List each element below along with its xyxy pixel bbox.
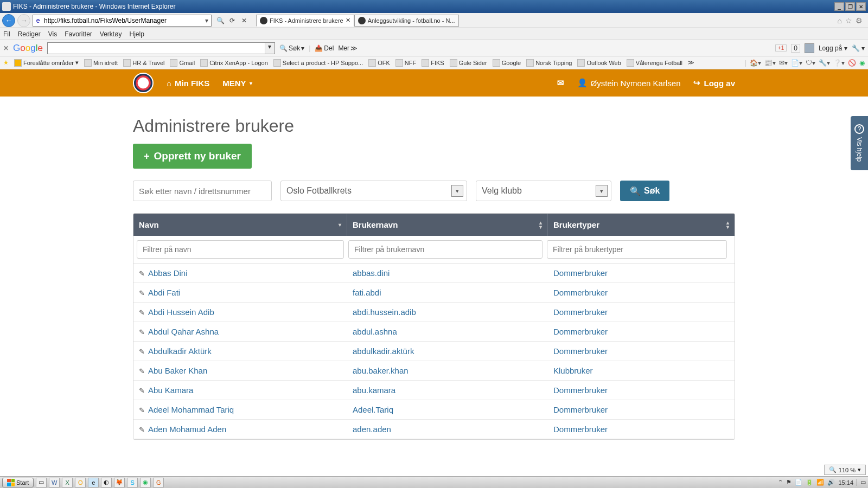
toolbar-evernote-icon[interactable]: ◉ bbox=[859, 59, 865, 67]
user-name-link[interactable]: Abdul Qahar Ashna bbox=[148, 327, 219, 336]
nff-logo[interactable] bbox=[133, 73, 154, 93]
suggested-sites-button[interactable]: Foreslåtte områder ▾ bbox=[14, 59, 79, 67]
google-more-button[interactable]: Mer ≫ bbox=[338, 44, 358, 52]
google-share-button[interactable]: 📤 Del bbox=[315, 44, 334, 52]
favorite-link[interactable]: OFK bbox=[368, 59, 390, 67]
favorite-link[interactable]: Gule Sider bbox=[450, 59, 487, 67]
address-bar[interactable]: e ▾ bbox=[33, 15, 212, 27]
google-login-button[interactable]: Logg på ▾ bbox=[819, 44, 847, 52]
plusone-button[interactable]: +1 bbox=[775, 44, 787, 52]
restore-button[interactable]: ❐ bbox=[845, 2, 855, 11]
toolbar-safety-icon[interactable]: 🛡▾ bbox=[806, 59, 815, 67]
usertype-link[interactable]: Dommerbruker bbox=[553, 346, 608, 356]
mail-icon[interactable]: ✉ bbox=[557, 78, 564, 88]
toolbar-close-icon[interactable]: ✕ bbox=[3, 44, 9, 52]
spotify-icon[interactable]: ◉ bbox=[140, 478, 151, 487]
username-link[interactable]: abu.baker.khan bbox=[353, 366, 409, 375]
search-input[interactable] bbox=[133, 181, 272, 201]
home-icon[interactable]: ⌂ bbox=[838, 16, 842, 25]
username-link[interactable]: abdulkadir.aktürk bbox=[353, 346, 414, 356]
google-search-button[interactable]: 🔍 Søk ▾ bbox=[279, 44, 304, 52]
favorite-link[interactable]: Vålerenga Fotball bbox=[627, 59, 682, 67]
krets-select[interactable]: Oslo Fotballkrets ▾ bbox=[280, 181, 467, 201]
user-menu[interactable]: 👤 Øystein Nymoen Karlsen bbox=[577, 78, 681, 88]
tools-gear-icon[interactable]: ⚙ bbox=[856, 16, 863, 25]
menu-hjelp[interactable]: Hjelp bbox=[130, 30, 144, 38]
col-brukertyper[interactable]: Brukertyper▴▾ bbox=[548, 214, 735, 236]
search-icon[interactable]: 🔍 bbox=[215, 15, 226, 26]
toolbar-block-icon[interactable]: 🚫 bbox=[848, 59, 856, 67]
outlook-icon[interactable]: O bbox=[75, 478, 86, 487]
edit-icon[interactable]: ✎ bbox=[139, 406, 145, 414]
clock[interactable]: 15:14 bbox=[838, 479, 853, 486]
toolbar-feed-icon[interactable]: 📰▾ bbox=[764, 59, 776, 67]
firefox-icon[interactable]: 🦊 bbox=[114, 478, 125, 487]
edit-icon[interactable]: ✎ bbox=[139, 309, 145, 317]
google-search-dropdown-icon[interactable]: ▾ bbox=[265, 43, 275, 54]
username-link[interactable]: Adeel.Tariq bbox=[353, 405, 393, 414]
wifi-icon[interactable]: 📶 bbox=[816, 479, 824, 486]
search-button[interactable]: 🔍 Søk bbox=[620, 181, 669, 201]
excel-icon[interactable]: X bbox=[62, 478, 73, 487]
favorite-link[interactable]: Gmail bbox=[170, 59, 195, 67]
favorite-link[interactable]: HR & Travel bbox=[123, 59, 164, 67]
klubb-select[interactable]: Velg klubb ▾ bbox=[476, 181, 611, 201]
url-input[interactable] bbox=[43, 15, 202, 26]
refresh-icon[interactable]: ⟳ bbox=[227, 15, 238, 26]
meny-dropdown[interactable]: MENY ▾ bbox=[222, 79, 252, 88]
usertype-link[interactable]: Dommerbruker bbox=[553, 288, 608, 297]
address-dropdown-icon[interactable]: ▾ bbox=[202, 17, 211, 24]
toolbar-page-icon[interactable]: 📄▾ bbox=[791, 59, 802, 67]
help-tab[interactable]: ? Vis hjelp bbox=[851, 116, 868, 170]
favorite-link[interactable]: Min idrett bbox=[84, 59, 118, 67]
username-link[interactable]: abdul.ashna bbox=[353, 327, 397, 336]
google-search-box[interactable]: ▾ bbox=[47, 42, 275, 54]
favorite-link[interactable]: Norsk Tipping bbox=[526, 59, 572, 67]
favorites-overflow-icon[interactable]: ≫ bbox=[688, 59, 694, 66]
usertype-link[interactable]: Dommerbruker bbox=[553, 268, 608, 278]
chrome-icon[interactable]: ◐ bbox=[101, 478, 112, 487]
flag-icon[interactable]: ⚑ bbox=[786, 479, 792, 486]
user-name-link[interactable]: Abdi Hussein Adib bbox=[148, 307, 214, 317]
edit-icon[interactable]: ✎ bbox=[139, 367, 145, 375]
edit-icon[interactable]: ✎ bbox=[139, 426, 145, 434]
start-button[interactable]: Start bbox=[2, 478, 34, 487]
favorite-link[interactable]: Citrix XenApp - Logon bbox=[200, 59, 268, 67]
user-name-link[interactable]: Abu Kamara bbox=[148, 386, 193, 395]
close-window-button[interactable]: ✕ bbox=[856, 2, 866, 11]
usertype-link[interactable]: Dommerbruker bbox=[553, 386, 608, 395]
tray-expand-icon[interactable]: ⌃ bbox=[778, 479, 783, 486]
app-icon[interactable]: G bbox=[153, 478, 164, 487]
edit-icon[interactable]: ✎ bbox=[139, 289, 145, 297]
favorite-link[interactable]: NFF bbox=[395, 59, 416, 67]
forward-button[interactable]: → bbox=[17, 14, 30, 27]
menu-favoritter[interactable]: Favoritter bbox=[65, 30, 92, 38]
user-name-link[interactable]: Abu Baker Khan bbox=[148, 366, 207, 375]
favorite-link[interactable]: Select a product - HP Suppo... bbox=[273, 59, 363, 67]
favorite-link[interactable]: Google bbox=[493, 59, 521, 67]
usertype-link[interactable]: Dommerbruker bbox=[553, 307, 608, 317]
user-name-link[interactable]: Aden Mohamud Aden bbox=[148, 425, 226, 434]
google-search-input[interactable] bbox=[48, 43, 265, 54]
filter-brukertyper-input[interactable] bbox=[547, 240, 727, 259]
toolbar-help-icon[interactable]: ❔▾ bbox=[833, 59, 845, 67]
zoom-indicator[interactable]: 🔍 110 % ▾ bbox=[824, 465, 866, 475]
show-desktop-icon[interactable]: ▭ bbox=[36, 478, 47, 487]
favorite-link[interactable]: FIKS bbox=[422, 59, 444, 67]
menu-rediger[interactable]: Rediger bbox=[18, 30, 41, 38]
edit-icon[interactable]: ✎ bbox=[139, 328, 145, 336]
user-name-link[interactable]: Abdulkadir Aktürk bbox=[148, 346, 212, 356]
min-fiks-link[interactable]: ⌂ Min FIKS bbox=[167, 79, 209, 88]
toolbar-mail-icon[interactable]: ✉▾ bbox=[779, 59, 788, 67]
usertype-link[interactable]: Dommerbruker bbox=[553, 405, 608, 414]
username-link[interactable]: fati.abdi bbox=[353, 288, 381, 297]
show-desktop-edge[interactable]: ▭ bbox=[857, 479, 866, 486]
close-tab-icon[interactable]: ✕ bbox=[346, 17, 350, 24]
edit-icon[interactable]: ✎ bbox=[139, 269, 145, 278]
menu-vis[interactable]: Vis bbox=[48, 30, 57, 38]
toolbar-home-icon[interactable]: 🏠▾ bbox=[750, 59, 761, 67]
browser-tab[interactable]: Anleggsutvikling - fotball.no - N... bbox=[354, 15, 459, 27]
col-brukernavn[interactable]: Brukernavn▴▾ bbox=[347, 214, 548, 236]
menu-fil[interactable]: Fil bbox=[3, 30, 10, 38]
favorites-star-icon[interactable]: ☆ bbox=[845, 16, 852, 25]
